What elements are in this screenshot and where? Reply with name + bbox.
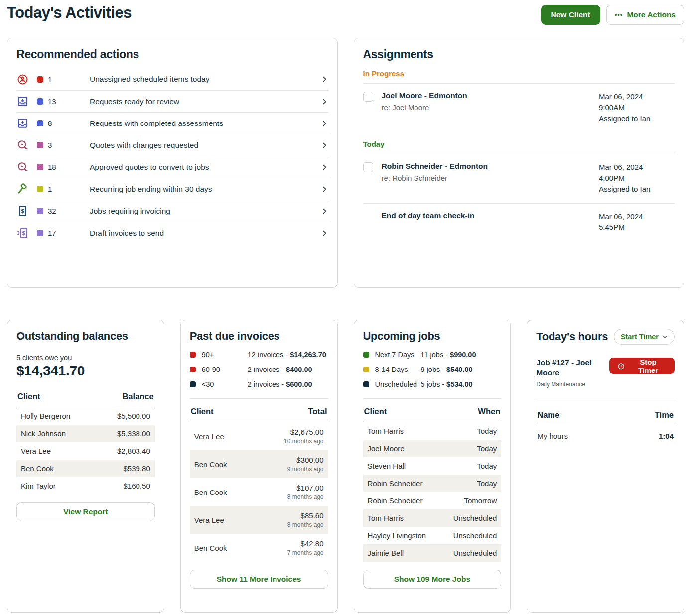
client-name: Hayley Livingston — [368, 531, 426, 540]
recommended-action-row[interactable]: 3 Quotes with changes requested — [16, 134, 328, 156]
table-row: Tom HarrisToday — [363, 422, 502, 440]
section-label-in-progress: In Progress — [363, 69, 675, 78]
job-when: Today — [477, 444, 497, 453]
legend-value: 2 invoices - $600.00 — [248, 380, 312, 388]
start-timer-label: Start Timer — [621, 333, 659, 341]
assignment-meta: Mar 06, 2024 4:00PM Assigned to Ian — [599, 162, 675, 194]
col-when: When — [478, 407, 500, 416]
table-row: Holly Bergeron$5,500.00 — [16, 407, 155, 425]
legend-item: 60-90 2 invoices - $400.00 — [190, 366, 328, 373]
client-name: Ben Cook — [21, 464, 54, 473]
show-more-invoices-button[interactable]: Show 11 More Invoices — [190, 570, 328, 589]
recommended-action-row[interactable]: 1 Recurring job ending within 30 days — [16, 178, 328, 200]
table-row: Jaimie BellUnscheduled — [363, 544, 502, 562]
recommended-action-row[interactable]: $ 17 Draft invoices to send — [16, 222, 328, 244]
hours-time: 1:04 — [659, 432, 674, 440]
legend-value: 11 jobs - $990.00 — [421, 351, 476, 359]
request-inbox-icon — [16, 117, 29, 129]
table-row: My hours 1:04 — [536, 426, 675, 446]
col-client: Client — [191, 407, 214, 416]
legend-value: 5 jobs - $534.00 — [421, 380, 473, 388]
recommended-action-row[interactable]: 8 Requests with completed assessments — [16, 112, 328, 134]
count: 3 — [48, 141, 52, 149]
assignment-time: 9:00AM — [599, 102, 675, 113]
count: 18 — [48, 163, 56, 171]
legend-label: 60-90 — [202, 366, 248, 373]
assignment-date: Mar 06, 2024 — [599, 211, 675, 222]
table-header: Client Balance — [16, 384, 155, 407]
hours-name: My hours — [537, 432, 568, 440]
count-badge — [37, 142, 43, 148]
count-badge — [37, 164, 43, 170]
chevron-right-icon — [320, 185, 328, 193]
col-name: Name — [537, 410, 559, 420]
job-when: Tomorrow — [464, 496, 497, 505]
view-report-button[interactable]: View Report — [16, 502, 155, 521]
job-dollar-icon: $ — [16, 205, 29, 217]
table-row: Vera Lee$2,803.40 — [16, 442, 155, 460]
summary-label: 5 clients owe you — [16, 354, 155, 362]
count-badge — [37, 186, 43, 192]
assignment-subtitle: re: Joel Moore — [382, 103, 599, 112]
client-name: Robin Schneider — [368, 496, 423, 505]
assignment-title[interactable]: Joel Moore - Edmonton — [382, 91, 599, 100]
card-title: Today's hours — [536, 330, 608, 343]
recommended-action-row[interactable]: 13 Requests ready for review — [16, 90, 328, 112]
new-client-button[interactable]: New Client — [541, 5, 600, 25]
chevron-right-icon — [320, 229, 328, 237]
assignment-subtitle: re: Robin Schneider — [382, 174, 599, 182]
legend-label: 8-14 Days — [375, 366, 421, 373]
job-when: Unscheduled — [453, 514, 497, 522]
job-when: Today — [477, 462, 497, 470]
recommended-action-row[interactable]: 18 Approved quotes to convert to jobs — [16, 156, 328, 178]
chevron-right-icon — [320, 163, 328, 171]
invoice-total: $85.60 — [287, 511, 324, 520]
complete-checkbox[interactable] — [363, 92, 373, 102]
balance: $5,500.00 — [117, 412, 150, 420]
action-label: Draft invoices to send — [90, 229, 320, 238]
invoice-send-icon: $ — [16, 227, 29, 239]
count-badge — [37, 230, 43, 236]
table-row: Ben Cook$300.009 months ago — [190, 450, 328, 478]
past-due-invoices-card: Past due invoices 90+ 12 invoices - $14,… — [180, 320, 338, 613]
action-label: Requests with completed assessments — [90, 119, 320, 128]
assignment-time: 4:00PM — [599, 173, 675, 184]
active-job-title[interactable]: Job #127 - Joel Moore — [536, 358, 609, 378]
invoice-age: 10 months ago — [284, 438, 323, 445]
client-name: Vera Lee — [21, 447, 51, 455]
legend-item: Next 7 Days 11 jobs - $990.00 — [363, 351, 502, 359]
table-row: Steven HallToday — [363, 457, 502, 475]
balance: $539.80 — [124, 464, 150, 473]
recommended-action-row[interactable]: $ 32 Jobs requiring invoicing — [16, 200, 328, 222]
count: 8 — [48, 119, 52, 127]
table-row: Tom HarrisUnscheduled — [363, 509, 502, 527]
legend-dot — [363, 367, 369, 372]
legend-value: 12 invoices - $14,263.70 — [248, 351, 326, 359]
chevron-right-icon — [320, 141, 328, 149]
table-header: Client When — [363, 399, 502, 422]
outstanding-balances-card: Outstanding balances 5 clients owe you $… — [7, 320, 164, 613]
client-name: Tom Harris — [368, 427, 404, 435]
chevron-down-icon — [662, 334, 668, 340]
svg-text:$: $ — [22, 230, 25, 236]
assignment-title[interactable]: Robin Schneider - Edmonton — [382, 162, 599, 171]
col-time: Time — [655, 410, 674, 420]
invoice-total: $42.80 — [287, 539, 324, 548]
legend-dot — [190, 381, 196, 387]
client-name: Ben Cook — [194, 488, 227, 496]
more-actions-button[interactable]: ••• More Actions — [606, 5, 684, 25]
table-row: Robin SchneiderTomorrow — [363, 492, 502, 509]
table-row: Nick Johnson$5,338.00 — [16, 425, 155, 442]
stop-timer-button[interactable]: Stop Timer — [609, 358, 675, 374]
action-label: Jobs requiring invoicing — [90, 207, 320, 216]
start-timer-button[interactable]: Start Timer — [614, 329, 675, 345]
complete-checkbox[interactable] — [363, 162, 373, 172]
assignment-meta: Mar 06, 2024 5:45PM — [599, 211, 675, 233]
assignment-row: End of day team check-in Mar 06, 2024 5:… — [363, 203, 675, 242]
recommended-action-row[interactable]: 1 Unassigned scheduled items today — [16, 68, 328, 90]
assignment-row: Robin Schneider - Edmonton re: Robin Sch… — [363, 154, 675, 203]
client-name: Nick Johnson — [21, 429, 66, 438]
assignment-title[interactable]: End of day team check-in — [382, 211, 599, 220]
show-more-jobs-button[interactable]: Show 109 More Jobs — [363, 570, 502, 589]
client-name: Holly Bergeron — [21, 412, 70, 420]
